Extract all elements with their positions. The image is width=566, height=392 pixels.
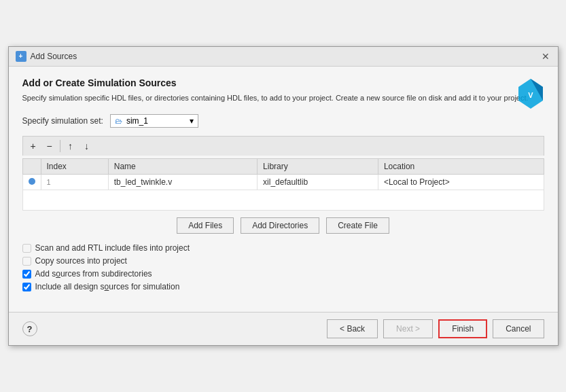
- table-header: Index Name Library Location: [22, 159, 544, 175]
- status-dot-icon: [29, 178, 35, 185]
- finish-button[interactable]: Finish: [438, 319, 487, 338]
- add-sources-dialog: + Add Sources ✕ Add or Create Simulation…: [8, 46, 559, 346]
- sim-set-row: Specify simulation set: 🗁 sim_1 ▾: [22, 114, 544, 128]
- create-file-button[interactable]: Create File: [326, 217, 389, 234]
- sim-set-dropdown[interactable]: 🗁 sim_1 ▾: [110, 114, 198, 128]
- add-files-button[interactable]: Add Files: [177, 217, 234, 234]
- header-area: Add or Create Simulation Sources Specify…: [22, 77, 544, 104]
- add-subdirectories-checkbox[interactable]: [22, 270, 31, 279]
- checkbox-row-3: Add sources from subdirectories: [22, 269, 544, 279]
- remove-file-toolbar-button[interactable]: −: [42, 139, 57, 154]
- checkbox-row-1: Scan and add RTL include files into proj…: [22, 243, 544, 253]
- table-body: 1 tb_led_twinkle.v xil_defaultlib <Local…: [22, 175, 544, 211]
- include-design-sources-checkbox[interactable]: [22, 283, 31, 291]
- empty-row: [22, 190, 544, 211]
- dialog-footer: ? < Back Next > Finish Cancel: [9, 312, 558, 345]
- add-directories-button[interactable]: Add Directories: [241, 217, 319, 234]
- move-up-button[interactable]: ↑: [63, 139, 78, 154]
- dialog-body: Add or Create Simulation Sources Specify…: [9, 67, 558, 313]
- empty-cell: [22, 190, 544, 211]
- table-row[interactable]: 1 tb_led_twinkle.v xil_defaultlib <Local…: [22, 175, 544, 190]
- folder-icon: 🗁: [115, 117, 122, 125]
- back-button[interactable]: < Back: [327, 319, 378, 338]
- cancel-button[interactable]: Cancel: [493, 319, 544, 338]
- col-location: Location: [378, 159, 544, 175]
- dropdown-arrow-icon: ▾: [190, 116, 194, 126]
- scan-rtl-checkbox[interactable]: [22, 244, 31, 253]
- toolbar-divider: [60, 140, 60, 152]
- row-name-cell: tb_led_twinkle.v: [108, 175, 257, 190]
- title-bar: + Add Sources ✕: [9, 47, 558, 67]
- action-buttons-row: Add Files Add Directories Create File: [22, 217, 544, 234]
- file-table: Index Name Library Location 1 tb_led_twi…: [22, 158, 544, 211]
- scan-rtl-label: Scan and add RTL include files into proj…: [35, 243, 190, 253]
- add-file-toolbar-button[interactable]: +: [26, 139, 41, 154]
- row-location-cell: <Local to Project>: [378, 175, 544, 190]
- plus-icon: +: [30, 141, 35, 152]
- help-button[interactable]: ?: [22, 321, 37, 336]
- title-bar-left: + Add Sources: [16, 51, 77, 62]
- col-name: Name: [108, 159, 257, 175]
- copy-sources-label: Copy sources into project: [35, 256, 127, 266]
- minus-icon: −: [46, 141, 52, 152]
- checkbox-row-2: Copy sources into project: [22, 256, 544, 266]
- add-subdirectories-label: Add sources from subdirectories: [35, 269, 152, 279]
- file-table-container: Index Name Library Location 1 tb_led_twi…: [22, 158, 544, 211]
- close-button[interactable]: ✕: [540, 51, 551, 62]
- col-status: [22, 159, 41, 175]
- row-index-cell: 1: [41, 175, 108, 190]
- file-toolbar: + − ↑ ↓: [22, 136, 544, 156]
- col-index: Index: [41, 159, 108, 175]
- up-arrow-icon: ↑: [68, 141, 73, 152]
- dialog-icon: +: [16, 51, 26, 62]
- dialog-title: Add Sources: [31, 52, 77, 61]
- section-description: Specify simulation specific HDL files, o…: [22, 92, 544, 104]
- copy-sources-checkbox[interactable]: [22, 257, 31, 266]
- sim-set-label: Specify simulation set:: [22, 116, 103, 126]
- sim-set-value: sim_1: [126, 116, 148, 126]
- section-title: Add or Create Simulation Sources: [22, 77, 544, 88]
- vivado-logo: V: [517, 77, 544, 112]
- include-design-sources-label: Include all design sources for simulatio…: [35, 282, 180, 291]
- footer-left: ?: [22, 321, 37, 336]
- down-arrow-icon: ↓: [84, 141, 89, 152]
- row-library-cell: xil_defaultlib: [258, 175, 378, 190]
- move-down-button[interactable]: ↓: [79, 139, 94, 154]
- svg-text:V: V: [528, 91, 533, 99]
- checkboxes-section: Scan and add RTL include files into proj…: [22, 243, 544, 291]
- next-button[interactable]: Next >: [383, 319, 433, 338]
- checkbox-row-4: Include all design sources for simulatio…: [22, 282, 544, 291]
- footer-right: < Back Next > Finish Cancel: [327, 319, 544, 338]
- row-status-cell: [22, 175, 41, 190]
- col-library: Library: [258, 159, 378, 175]
